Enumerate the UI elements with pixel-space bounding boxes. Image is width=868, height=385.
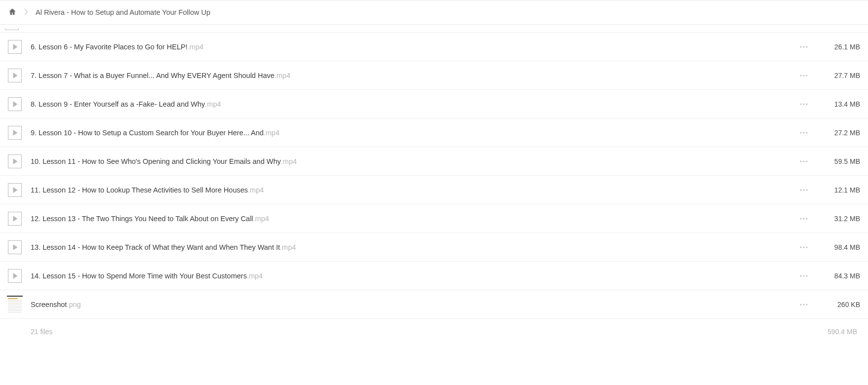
file-name[interactable]: 6. Lesson 6 - My Favorite Places to Go f… (25, 43, 791, 51)
file-size: 31.2 MB (816, 215, 863, 223)
video-play-icon[interactable] (5, 69, 25, 82)
svg-point-9 (800, 132, 801, 133)
svg-point-3 (800, 75, 801, 76)
more-options-icon[interactable] (791, 160, 816, 163)
svg-point-16 (803, 189, 804, 191)
file-name[interactable]: 9. Lesson 10 - How to Setup a Custom Sea… (25, 129, 791, 137)
file-size: 98.4 MB (816, 243, 863, 251)
file-size: 26.1 MB (816, 43, 863, 51)
svg-point-13 (803, 160, 804, 162)
svg-point-15 (800, 189, 801, 191)
more-options-icon[interactable] (791, 217, 816, 220)
svg-point-18 (800, 218, 801, 219)
file-extension: .mp4 (275, 72, 290, 79)
file-extension: .mp4 (247, 272, 263, 280)
file-row[interactable]: Screenshot.png260 KB (0, 290, 868, 319)
video-play-icon[interactable] (5, 240, 25, 254)
file-extension: .mp4 (253, 215, 269, 223)
more-options-icon[interactable] (791, 45, 816, 48)
home-icon[interactable] (8, 7, 17, 18)
cropped-row-stub (0, 25, 868, 33)
svg-point-22 (803, 246, 804, 248)
file-extension: .mp4 (264, 129, 280, 137)
svg-point-29 (806, 304, 807, 305)
video-play-icon[interactable] (5, 154, 25, 168)
svg-point-26 (806, 275, 807, 276)
file-name[interactable]: 11. Lesson 12 - How to Lookup These Acti… (25, 186, 791, 194)
file-row[interactable]: 6. Lesson 6 - My Favorite Places to Go f… (0, 33, 868, 61)
svg-point-17 (806, 189, 807, 191)
video-play-icon[interactable] (5, 97, 25, 111)
file-count: 21 files (31, 328, 52, 336)
file-extension: .mp4 (248, 186, 264, 194)
file-name[interactable]: Screenshot.png (25, 301, 791, 308)
svg-point-8 (806, 103, 807, 105)
svg-point-10 (803, 132, 804, 133)
svg-point-0 (800, 46, 801, 47)
video-play-icon[interactable] (5, 40, 25, 54)
file-row[interactable]: 14. Lesson 15 - How to Spend More Time w… (0, 262, 868, 290)
file-size: 27.2 MB (816, 129, 863, 137)
breadcrumb-bar: Al Rivera - How to Setup and Automate Yo… (0, 0, 868, 25)
file-extension: .mp4 (205, 100, 221, 108)
video-play-icon[interactable] (5, 126, 25, 140)
svg-point-25 (803, 275, 804, 276)
file-size: 84.3 MB (816, 272, 863, 280)
file-extension: .mp4 (188, 43, 204, 51)
svg-point-19 (803, 218, 804, 219)
svg-point-23 (806, 246, 807, 248)
file-size: 27.7 MB (816, 72, 863, 79)
more-options-icon[interactable] (791, 189, 816, 192)
image-thumbnail-icon[interactable] (5, 296, 25, 313)
svg-point-20 (806, 218, 807, 219)
file-name[interactable]: 12. Lesson 13 - The Two Things You Need … (25, 215, 791, 223)
file-name[interactable]: 10. Lesson 11 - How to See Who's Opening… (25, 157, 791, 165)
more-options-icon[interactable] (791, 303, 816, 306)
video-play-icon[interactable] (5, 269, 25, 283)
footer-row: 21 files 590.4 MB (0, 319, 868, 345)
file-list: 6. Lesson 6 - My Favorite Places to Go f… (0, 33, 868, 319)
file-extension: .mp4 (281, 157, 297, 165)
file-name[interactable]: 7. Lesson 7 - What is a Buyer Funnel... … (25, 72, 791, 79)
svg-point-28 (803, 304, 804, 305)
more-options-icon[interactable] (791, 103, 816, 106)
svg-point-5 (806, 75, 807, 76)
svg-point-12 (800, 160, 801, 162)
more-options-icon[interactable] (791, 131, 816, 134)
svg-point-27 (800, 304, 801, 305)
video-play-icon[interactable] (5, 212, 25, 226)
file-extension: .mp4 (280, 243, 296, 251)
breadcrumb-title[interactable]: Al Rivera - How to Setup and Automate Yo… (36, 8, 210, 16)
file-size: 12.1 MB (816, 186, 863, 194)
svg-point-11 (806, 132, 807, 133)
file-row[interactable]: 12. Lesson 13 - The Two Things You Need … (0, 204, 868, 233)
svg-point-14 (806, 160, 807, 162)
more-options-icon[interactable] (791, 74, 816, 77)
svg-point-7 (803, 103, 804, 105)
file-name[interactable]: 8. Lesson 9 - Enter Yourself as a -Fake-… (25, 100, 791, 108)
svg-point-1 (803, 46, 804, 47)
footer-spacer (788, 330, 813, 333)
file-row[interactable]: 7. Lesson 7 - What is a Buyer Funnel... … (0, 61, 868, 90)
file-row[interactable]: 11. Lesson 12 - How to Lookup These Acti… (0, 176, 868, 204)
file-extension: .png (67, 301, 81, 308)
file-row[interactable]: 8. Lesson 9 - Enter Yourself as a -Fake-… (0, 90, 868, 118)
file-row[interactable]: 10. Lesson 11 - How to See Who's Opening… (0, 147, 868, 176)
file-size: 260 KB (816, 301, 863, 308)
video-play-icon[interactable] (5, 183, 25, 197)
svg-point-6 (800, 103, 801, 105)
svg-point-2 (806, 46, 807, 47)
svg-point-24 (800, 275, 801, 276)
file-name[interactable]: 13. Lesson 14 - How to Keep Track of Wha… (25, 243, 791, 251)
svg-point-4 (803, 75, 804, 76)
svg-point-21 (800, 246, 801, 248)
chevron-right-icon (24, 8, 29, 17)
more-options-icon[interactable] (791, 274, 816, 277)
file-size: 59.5 MB (816, 157, 863, 165)
more-options-icon[interactable] (791, 246, 816, 249)
total-size: 590.4 MB (813, 328, 860, 336)
file-name[interactable]: 14. Lesson 15 - How to Spend More Time w… (25, 272, 791, 280)
file-size: 13.4 MB (816, 100, 863, 108)
file-row[interactable]: 13. Lesson 14 - How to Keep Track of Wha… (0, 233, 868, 262)
file-row[interactable]: 9. Lesson 10 - How to Setup a Custom Sea… (0, 118, 868, 147)
